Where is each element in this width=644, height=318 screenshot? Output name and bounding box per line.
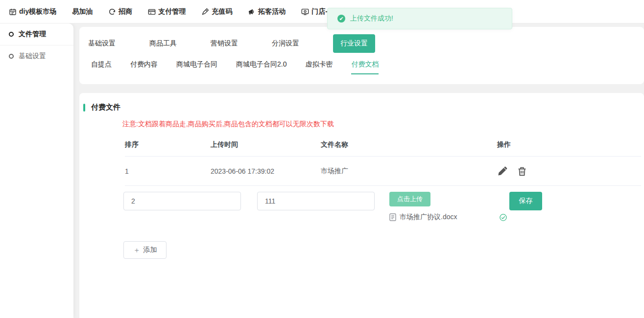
- section-accent-bar: [83, 104, 85, 112]
- nav-item-yijiayou[interactable]: 易加油: [72, 7, 93, 16]
- subtab-virtual-card[interactable]: 虚拟卡密: [305, 60, 333, 73]
- uploaded-file-name: 市场推广协议.docx: [400, 213, 500, 222]
- tabs-card: 基础设置 商品工具 营销设置 分润设置 行业设置 自提点 付费内容 商城电子合同…: [79, 27, 644, 84]
- tab-product-tools[interactable]: 商品工具: [149, 39, 177, 48]
- sort-input[interactable]: [123, 192, 241, 210]
- upload-success-circle-icon: [500, 214, 507, 221]
- nav-label: 招商: [119, 7, 132, 16]
- nav-item-payment-management[interactable]: 支付管理: [148, 7, 186, 16]
- toast-message: 上传文件成功!: [350, 14, 393, 23]
- nav-item-zhaoshang[interactable]: 招商: [108, 7, 132, 16]
- delete-trash-icon[interactable]: [517, 166, 527, 177]
- nav-label: 易加油: [72, 7, 93, 16]
- table-row: 1 2023-06-06 17:39:02 市场推广: [125, 157, 641, 186]
- plus-icon: ＋: [133, 246, 141, 255]
- recycle-icon: [108, 8, 116, 16]
- tab-profit-settings[interactable]: 分润设置: [272, 39, 299, 48]
- nav-label: 充值码: [212, 7, 232, 16]
- document-icon: [389, 213, 396, 221]
- subtab-mall-econtract[interactable]: 商城电子合同: [176, 60, 217, 73]
- new-file-form: 点击上传 市场推广协议.docx 保存: [123, 192, 644, 222]
- notice-text: 注意:文档跟着商品走,商品购买后,商品包含的文档都可以无限次数下载: [122, 120, 644, 129]
- tab-basic-settings[interactable]: 基础设置: [88, 39, 116, 48]
- cell-upload-time: 2023-06-06 17:39:02: [211, 167, 321, 175]
- monitor-icon: [301, 8, 309, 16]
- pen-icon: [201, 8, 209, 16]
- calendar-icon: [9, 8, 17, 16]
- upload-button[interactable]: 点击上传: [389, 192, 430, 206]
- nav-label: diy模板市场: [19, 7, 56, 16]
- upload-block: 点击上传 市场推广协议.docx: [389, 192, 509, 222]
- subtab-paid-documents[interactable]: 付费文档: [351, 60, 379, 74]
- radio-circle-icon: [9, 32, 14, 37]
- megaphone-icon: [248, 8, 256, 16]
- secondary-tabs: 自提点 付费内容 商城电子合同 商城电子合同2.0 虚拟卡密 付费文档: [79, 53, 644, 74]
- nav-item-diy-template-market[interactable]: diy模板市场: [9, 7, 56, 16]
- nav-item-customer-activity[interactable]: 拓客活动: [248, 7, 286, 16]
- nav-label: 拓客活动: [258, 7, 286, 16]
- column-header-sort: 排序: [125, 140, 211, 149]
- sidebar-item-file-management[interactable]: 文件管理: [0, 23, 73, 45]
- add-button-label: 添加: [143, 246, 157, 254]
- success-check-icon: ✔: [337, 15, 345, 23]
- nav-label: 支付管理: [158, 7, 186, 16]
- file-name-input[interactable]: [257, 192, 375, 210]
- radio-circle-icon: [9, 54, 14, 59]
- tab-marketing-settings[interactable]: 营销设置: [211, 39, 238, 48]
- page-title: 付费文件: [91, 103, 120, 112]
- sidebar: 文件管理 基础设置: [0, 23, 73, 318]
- nav-item-recharge-code[interactable]: 充值码: [201, 7, 232, 16]
- column-header-file-name: 文件名称: [321, 140, 497, 149]
- uploaded-file-item[interactable]: 市场推广协议.docx: [389, 213, 507, 222]
- content-card: 付费文件 注意:文档跟着商品走,商品购买后,商品包含的文档都可以无限次数下载 排…: [79, 93, 644, 318]
- tab-industry-settings[interactable]: 行业设置: [333, 34, 375, 53]
- files-table: 排序 上传时间 文件名称 操作 1 2023-06-06 17:39:02 市场…: [125, 136, 641, 186]
- top-navigation: diy模板市场 易加油 招商 支付管理 充值码 拓客活动 门店-收银台: [0, 0, 644, 23]
- cell-file-name: 市场推广: [321, 167, 497, 176]
- card-icon: [148, 8, 156, 16]
- cell-actions: [497, 166, 641, 177]
- upload-success-toast: ✔ 上传文件成功!: [327, 8, 512, 29]
- primary-tabs: 基础设置 商品工具 营销设置 分润设置 行业设置: [79, 27, 644, 53]
- add-row-button[interactable]: ＋ 添加: [123, 241, 167, 259]
- section-header: 付费文件: [83, 103, 644, 112]
- sidebar-item-basic-settings[interactable]: 基础设置: [0, 45, 73, 67]
- table-header-row: 排序 上传时间 文件名称 操作: [125, 136, 641, 157]
- cell-sort: 1: [125, 167, 211, 175]
- sidebar-item-label: 基础设置: [19, 52, 46, 61]
- subtab-mall-econtract-2[interactable]: 商城电子合同2.0: [236, 60, 286, 73]
- column-header-actions: 操作: [497, 140, 641, 149]
- subtab-paid-content[interactable]: 付费内容: [130, 60, 158, 73]
- sidebar-item-label: 文件管理: [19, 30, 46, 39]
- save-button[interactable]: 保存: [509, 192, 542, 210]
- subtab-pickup-point[interactable]: 自提点: [91, 60, 112, 73]
- column-header-upload-time: 上传时间: [211, 140, 321, 149]
- edit-pencil-icon[interactable]: [497, 166, 508, 177]
